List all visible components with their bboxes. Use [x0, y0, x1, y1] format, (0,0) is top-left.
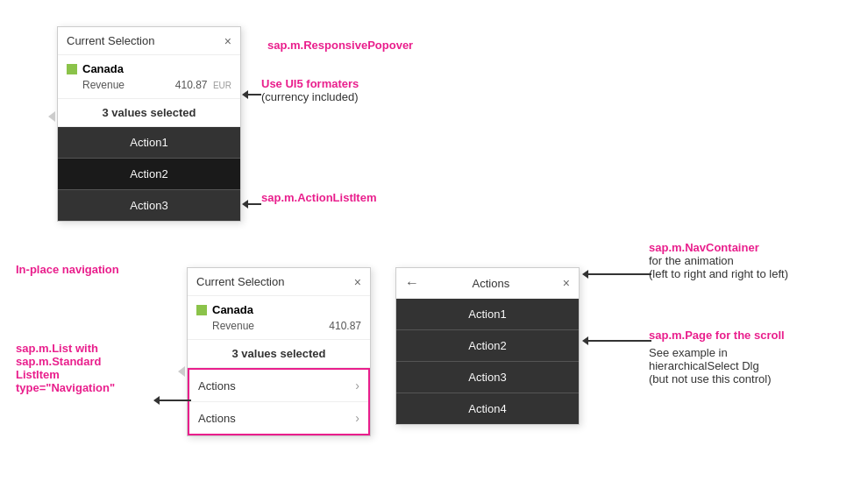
left-right-text: (left to right and right to left): [649, 267, 788, 280]
canada-row: Canada: [67, 62, 231, 75]
revenue-value: 410.87 EUR: [175, 79, 231, 91]
bottom-popover-content: Canada Revenue 410.87: [188, 296, 370, 340]
chevron-right-icon-2: ›: [355, 411, 359, 425]
actions-title: Actions: [419, 277, 563, 290]
see-example-text: See example in: [649, 346, 728, 359]
bottom-canada-label: Canada: [212, 303, 253, 316]
actions-item-1[interactable]: Action1: [396, 299, 579, 330]
nav-item-2-label: Actions: [198, 412, 236, 425]
values-selected: 3 values selected: [58, 99, 240, 127]
popover-title: Current Selection: [67, 34, 154, 47]
hierarchical-text: hierarchicalSelect Dlg: [649, 359, 759, 372]
bottom-canada-dot: [196, 305, 207, 315]
sap-standard-text: sap.m.Standard: [16, 355, 115, 368]
bottom-close-icon[interactable]: ×: [354, 276, 361, 288]
annotation-nav-container: sap.m.NavContainer for the animation (le…: [649, 241, 788, 280]
annotation-sap-list: sap.m.List with sap.m.Standard ListItem …: [16, 342, 115, 394]
bottom-popover-title: Current Selection: [196, 275, 284, 288]
bottom-revenue-row: Revenue 410.87: [196, 320, 361, 332]
annotation-ui5-formatters: Use UI5 formaters (currency included): [261, 77, 359, 103]
arrow-sap-list: [153, 396, 191, 405]
for-animation-text: for the animation: [649, 254, 734, 267]
revenue-label: Revenue: [82, 79, 125, 91]
chevron-right-icon-1: ›: [355, 378, 359, 393]
revenue-row: Revenue 410.87 EUR: [67, 79, 231, 91]
sap-page-text: sap.m.Page for the scroll: [649, 329, 785, 342]
annotation-responsive-popover: sap.m.ResponsivePopover: [267, 39, 413, 52]
nav-item-1-label: Actions: [198, 379, 236, 393]
popover-content: Canada Revenue 410.87 EUR: [58, 55, 240, 99]
action-list-item-text: sap.m.ActionListItem: [261, 191, 376, 204]
annotation-action-list-item: sap.m.ActionListItem: [261, 191, 376, 204]
bottom-popover-callout: [178, 366, 185, 377]
actions-list: Action1 Action2 Action3 Action4: [396, 299, 579, 424]
bottom-left-popover: Current Selection × Canada Revenue 410.8…: [187, 267, 371, 436]
currency-included-text: (currency included): [261, 90, 359, 103]
popover-callout: [48, 111, 55, 122]
list-item-text: ListItem: [16, 368, 115, 381]
actions-header: ← Actions ×: [396, 268, 579, 299]
bottom-revenue-value: 410.87: [329, 320, 361, 332]
arrow-nav-container: [582, 270, 651, 279]
actions-item-2[interactable]: Action2: [396, 330, 579, 362]
actions-close-icon[interactable]: ×: [563, 277, 570, 289]
back-button[interactable]: ←: [405, 275, 419, 291]
type-nav-text: type="Navigation": [16, 381, 115, 394]
sap-list-text: sap.m.List with: [16, 342, 115, 355]
action-item-3[interactable]: Action3: [58, 190, 240, 221]
annotation-in-place-nav: In-place navigation: [16, 263, 119, 276]
actions-panel: ← Actions × Action1 Action2 Action3 Acti…: [395, 267, 580, 425]
canada-label: Canada: [82, 62, 124, 75]
arrow-ui5: [242, 90, 261, 99]
bottom-canada-row: Canada: [196, 303, 361, 316]
close-icon[interactable]: ×: [224, 35, 231, 47]
nav-container-text: sap.m.NavContainer: [649, 241, 759, 254]
nav-items-container: Actions › Actions ›: [188, 368, 370, 435]
actions-item-3[interactable]: Action3: [396, 362, 579, 393]
top-popover: Current Selection × Canada Revenue 410.8…: [57, 26, 241, 222]
annotation-sap-page: sap.m.Page for the scroll: [649, 329, 785, 342]
ui5-formatters-text: Use UI5 formaters: [261, 77, 359, 90]
canada-color-dot: [67, 64, 77, 74]
actions-item-4[interactable]: Action4: [396, 393, 579, 424]
nav-item-2[interactable]: Actions ›: [189, 402, 368, 434]
bottom-popover-header: Current Selection ×: [188, 268, 370, 296]
currency-label: EUR: [213, 81, 231, 90]
action-item-1[interactable]: Action1: [58, 127, 240, 159]
arrow-sap-page: [582, 336, 651, 345]
not-use-text: (but not use this control): [649, 372, 771, 386]
bottom-revenue-label: Revenue: [212, 320, 254, 332]
revenue-amount: 410.87: [175, 79, 208, 91]
action-list: Action1 Action2 Action3: [58, 127, 240, 221]
nav-item-1[interactable]: Actions ›: [189, 370, 368, 402]
bottom-values-selected: 3 values selected: [188, 340, 370, 368]
annotation-see-example: See example in hierarchicalSelect Dlg (b…: [649, 346, 771, 386]
action-item-2[interactable]: Action2: [58, 159, 240, 190]
popover-header: Current Selection ×: [58, 27, 240, 55]
arrow-action-list: [242, 200, 261, 209]
